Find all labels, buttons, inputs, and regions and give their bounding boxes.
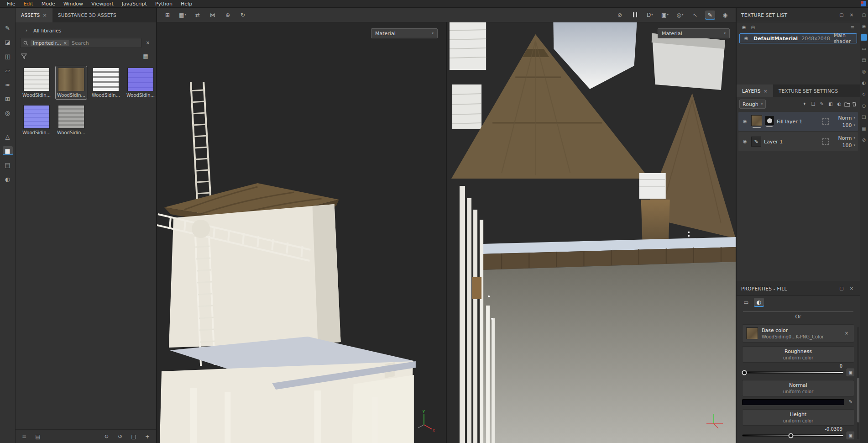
- close-icon[interactable]: ×: [848, 285, 855, 292]
- tab-texture-set-settings[interactable]: TEXTURE SET SETTINGS: [773, 84, 843, 97]
- close-icon[interactable]: ×: [42, 12, 47, 18]
- dock-shader-settings-icon[interactable]: ▤: [861, 57, 868, 63]
- brush-mode-icon[interactable]: ✎: [705, 11, 715, 20]
- add-folder-icon[interactable]: [844, 102, 850, 107]
- layer-visibility-icon[interactable]: ◉: [741, 138, 748, 145]
- layer-effects-dropzone[interactable]: [822, 138, 829, 145]
- height-expand-button[interactable]: ▣: [847, 432, 854, 439]
- roughness-mode-button[interactable]: Roughness uniform color: [742, 346, 854, 363]
- dock-history-icon[interactable]: ↻: [861, 91, 868, 98]
- add-fill-layer-icon[interactable]: ◧: [827, 100, 834, 108]
- dock-camera-icon[interactable]: ◎: [861, 68, 868, 75]
- eraser-tool-icon[interactable]: ◪: [3, 37, 13, 47]
- layer-visibility-icon[interactable]: ◉: [741, 118, 748, 125]
- asset-item[interactable]: WoodSidin...: [56, 104, 87, 137]
- add-effect-icon[interactable]: ✦: [801, 100, 808, 108]
- eyedropper-icon[interactable]: ✎: [847, 398, 854, 406]
- material-mode-dropdown-2d[interactable]: Material ▾: [658, 28, 730, 38]
- undock-icon[interactable]: ▢: [838, 285, 845, 292]
- scrollbar-thumb[interactable]: [857, 378, 859, 422]
- close-icon[interactable]: ×: [848, 11, 855, 19]
- camera-settings-icon[interactable]: ◎▾: [675, 11, 685, 20]
- layer-effects-dropzone[interactable]: [822, 118, 829, 125]
- dock-resources-icon[interactable]: ▦: [861, 125, 868, 132]
- details-view-icon[interactable]: ▤: [33, 432, 43, 441]
- quick-mask-tool-icon[interactable]: ■: [3, 146, 13, 155]
- material-mode-icon[interactable]: ▭: [741, 298, 751, 307]
- material-picker-tool-icon[interactable]: ◎: [3, 108, 13, 117]
- paint-tool-icon[interactable]: ✎: [3, 23, 13, 32]
- viewport-2d[interactable]: Material ▾: [446, 22, 736, 443]
- stack-visibility-icon[interactable]: ▣▾: [660, 11, 670, 20]
- grid-settings-icon[interactable]: ▦▾: [178, 11, 188, 20]
- height-slider[interactable]: [742, 434, 844, 437]
- render-capture-icon[interactable]: ◉: [720, 11, 730, 20]
- dock-people-icon[interactable]: ○: [861, 102, 868, 109]
- asset-item[interactable]: WoodSidin...: [90, 66, 121, 99]
- reset-rotation-icon[interactable]: ↻: [238, 11, 248, 20]
- asset-item-selected[interactable]: WoodSidin...: [56, 66, 87, 99]
- roughness-slider[interactable]: [742, 371, 844, 374]
- fill-layer-mask-thumbnail[interactable]: [765, 116, 774, 125]
- base-color-slot[interactable]: Base color WoodSiding0...K-PNG_Color ×: [742, 324, 854, 343]
- asset-item[interactable]: WoodSidin...: [21, 104, 52, 137]
- remove-resource-icon[interactable]: ×: [843, 330, 850, 337]
- viewport-3d[interactable]: Material ▾ Y x: [157, 22, 446, 443]
- menu-help[interactable]: Help: [177, 0, 196, 7]
- frame-selection-icon[interactable]: ⊞: [162, 11, 173, 20]
- grid-view-icon[interactable]: ▦: [141, 52, 151, 61]
- tab-substance-3d-assets[interactable]: SUBSTANCE 3D ASSETS: [52, 8, 122, 22]
- fill-layer-thumbnail[interactable]: [751, 115, 762, 126]
- dock-notes-icon[interactable]: ❏: [861, 114, 868, 121]
- menu-viewport[interactable]: Viewport: [87, 0, 118, 7]
- normal-mode-button[interactable]: Normal uniform color: [742, 380, 854, 396]
- dock-export-icon[interactable]: ⊘: [861, 137, 868, 143]
- layer-row-fill-layer[interactable]: ◉ Fill layer 1 Norm ▾ 100: [738, 112, 858, 131]
- menu-javascript[interactable]: JavaScript: [118, 0, 151, 7]
- visibility-all-icon[interactable]: ◉: [740, 24, 748, 31]
- hide-gizmos-icon[interactable]: ⊘: [615, 11, 625, 20]
- symmetry-x-icon[interactable]: ⇄: [193, 11, 203, 20]
- chip-remove-icon[interactable]: ×: [63, 41, 67, 46]
- blend-mode-dropdown[interactable]: Norm ▾: [838, 115, 855, 121]
- link-sets-icon[interactable]: ◎: [749, 24, 757, 31]
- display-mode-icon[interactable]: D▾: [645, 11, 655, 20]
- properties-scrollbar[interactable]: [857, 327, 859, 439]
- asset-item[interactable]: WoodSidin...: [21, 66, 52, 99]
- height-mode-button[interactable]: Height uniform color: [742, 409, 854, 426]
- symmetry-settings-icon[interactable]: ⋈: [208, 11, 218, 20]
- resync-icon[interactable]: ↺: [115, 432, 125, 441]
- menu-python[interactable]: Python: [151, 0, 177, 7]
- material-mode-dropdown-3d[interactable]: Material ▾: [371, 28, 438, 38]
- tab-assets[interactable]: ASSETS ×: [16, 8, 52, 22]
- normal-color-swatch[interactable]: [742, 399, 844, 405]
- pause-engine-icon[interactable]: [630, 11, 640, 20]
- refresh-icon[interactable]: ↻: [101, 432, 111, 441]
- search-input[interactable]: [72, 40, 138, 46]
- roughness-slider-knob[interactable]: [742, 370, 747, 375]
- filter-funnel-icon[interactable]: [21, 53, 27, 59]
- undock-icon[interactable]: ▢: [838, 11, 845, 19]
- tab-layers[interactable]: LAYERS ×: [737, 84, 773, 97]
- projection-tool-icon[interactable]: ◫: [3, 52, 13, 61]
- library-selector[interactable]: › All libraries: [20, 26, 152, 38]
- close-icon[interactable]: ×: [763, 88, 768, 94]
- search-filter-chip[interactable]: Imported r... ×: [31, 40, 69, 46]
- opacity-dropdown[interactable]: 100 ▾: [842, 122, 855, 128]
- menu-window[interactable]: Window: [59, 0, 87, 7]
- add-smart-mask-icon[interactable]: ◐: [836, 100, 843, 108]
- add-view-icon[interactable]: ⊕: [223, 11, 233, 20]
- asset-item[interactable]: WoodSidin...: [125, 66, 156, 99]
- menu-edit[interactable]: Edit: [19, 0, 37, 7]
- new-shelf-icon[interactable]: ▢: [129, 432, 139, 441]
- import-resources-icon[interactable]: +: [142, 432, 152, 441]
- layer-row-paint-layer[interactable]: ◉ ✎ Layer 1 Norm ▾ 100 ▾: [738, 132, 858, 151]
- opacity-dropdown[interactable]: 100 ▾: [842, 142, 855, 148]
- add-smart-material-icon[interactable]: ❏: [810, 100, 817, 108]
- dock-display-settings-icon[interactable]: ▭: [861, 45, 868, 52]
- sphere-preview-icon[interactable]: ◐: [754, 298, 764, 307]
- menu-file[interactable]: File: [3, 0, 19, 7]
- smudge-tool-icon[interactable]: ≈: [3, 80, 13, 89]
- list-options-icon[interactable]: ≡: [849, 24, 856, 31]
- eye-icon[interactable]: ◉: [743, 35, 750, 42]
